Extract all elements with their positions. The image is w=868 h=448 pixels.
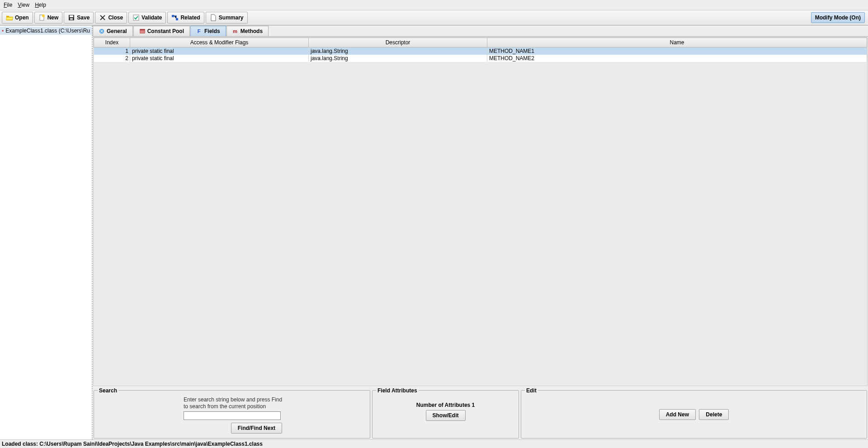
document-icon: [210, 14, 217, 21]
close-button[interactable]: Close: [95, 12, 127, 24]
modify-mode-button[interactable]: Modify Mode (On): [811, 12, 865, 23]
cell-index: 1: [94, 47, 130, 55]
open-icon: [6, 14, 13, 21]
svg-text:F: F: [198, 28, 201, 34]
validate-button[interactable]: Validate: [128, 12, 166, 24]
svg-point-1: [42, 14, 45, 17]
search-input[interactable]: [184, 411, 281, 420]
save-icon: [68, 14, 75, 21]
table-header-row: Index Access & Modifier Flags Descriptor…: [94, 38, 867, 47]
summary-button[interactable]: Summary: [206, 12, 248, 24]
field-attributes-panel: Field Attributes Number of Attributes 1 …: [372, 387, 519, 439]
search-title: Search: [98, 387, 118, 394]
statusbar: Loaded class: C:\Users\Rupam Saini\IdeaP…: [0, 439, 868, 448]
summary-label: Summary: [219, 14, 244, 21]
toolbar: Open New Save Close Validate Related Sum…: [0, 10, 868, 25]
tab-fields-label: Fields: [204, 28, 220, 34]
header-index[interactable]: Index: [94, 38, 130, 47]
cell-index: 2: [94, 55, 130, 62]
bottom-panels: Search Enter search string below and pre…: [93, 387, 868, 439]
close-label: Close: [108, 14, 123, 21]
edit-panel: Edit Add New Delete: [521, 387, 867, 439]
header-name[interactable]: Name: [487, 38, 867, 47]
tab-constant-pool[interactable]: Constant Pool: [133, 26, 190, 36]
tab-general-label: General: [107, 28, 127, 34]
methods-icon: m: [232, 28, 239, 34]
menu-help[interactable]: Help: [35, 2, 46, 8]
search-help-text: Enter search string below and press Find…: [184, 396, 282, 410]
check-icon: [132, 14, 140, 21]
content-panel: General Constant Pool F Fields m Methods: [93, 26, 868, 439]
header-descriptor[interactable]: Descriptor: [309, 38, 487, 47]
fields-table-area: Index Access & Modifier Flags Descriptor…: [93, 37, 868, 386]
validate-label: Validate: [142, 14, 162, 21]
fields-table: Index Access & Modifier Flags Descriptor…: [94, 38, 867, 62]
save-button[interactable]: Save: [64, 12, 94, 24]
tree-item-label: ExampleClass1.class (C:\Users\Ru: [5, 28, 90, 34]
modify-mode-label: Modify Mode (On): [815, 14, 861, 21]
fields-icon: F: [196, 28, 203, 34]
open-button[interactable]: Open: [2, 12, 33, 24]
new-label: New: [47, 14, 59, 21]
table-row[interactable]: 1 private static final java.lang.String …: [94, 47, 867, 55]
tree-item-class[interactable]: ExampleClass1.class (C:\Users\Ru: [0, 27, 92, 35]
open-label: Open: [15, 14, 29, 21]
header-flags[interactable]: Access & Modifier Flags: [130, 38, 309, 47]
constpool-icon: [139, 28, 146, 34]
svg-rect-6: [172, 15, 174, 17]
svg-rect-11: [140, 29, 145, 31]
attrs-count-label: Number of Attributes 1: [376, 402, 515, 408]
class-icon: [2, 28, 4, 33]
svg-rect-5: [133, 15, 139, 20]
related-icon: [171, 14, 179, 21]
tab-general[interactable]: General: [93, 26, 133, 36]
cell-name: METHOD_NAME2: [487, 55, 867, 62]
save-label: Save: [77, 14, 90, 21]
show-edit-button[interactable]: Show/Edit: [426, 410, 466, 421]
close-icon: [99, 14, 106, 21]
new-icon: [38, 14, 46, 21]
new-button[interactable]: New: [34, 12, 63, 24]
tree-panel: ExampleClass1.class (C:\Users\Ru: [0, 26, 93, 439]
cell-descriptor: java.lang.String: [309, 47, 487, 55]
svg-text:m: m: [233, 28, 237, 34]
cell-name: METHOD_NAME1: [487, 47, 867, 55]
menubar: File View Help: [0, 0, 868, 10]
search-panel: Search Enter search string below and pre…: [94, 387, 370, 439]
main-split: ExampleClass1.class (C:\Users\Ru General…: [0, 25, 868, 439]
svg-rect-4: [70, 18, 73, 20]
menu-view[interactable]: View: [18, 2, 29, 8]
svg-rect-8: [2, 30, 4, 31]
cell-flags: private static final: [130, 55, 309, 62]
add-new-button[interactable]: Add New: [659, 409, 696, 420]
related-button[interactable]: Related: [167, 12, 204, 24]
find-button[interactable]: Find/Find Next: [231, 423, 282, 434]
tabbar: General Constant Pool F Fields m Methods: [93, 26, 868, 37]
attrs-title: Field Attributes: [376, 387, 419, 394]
tab-fields[interactable]: F Fields: [190, 26, 226, 36]
menu-file[interactable]: File: [4, 2, 12, 8]
tab-methods[interactable]: m Methods: [226, 26, 269, 36]
delete-button[interactable]: Delete: [699, 409, 729, 420]
cell-flags: private static final: [130, 47, 309, 55]
cell-descriptor: java.lang.String: [309, 55, 487, 62]
table-row[interactable]: 2 private static final java.lang.String …: [94, 55, 867, 62]
svg-rect-3: [70, 15, 73, 17]
edit-title: Edit: [525, 387, 538, 394]
tab-constpool-label: Constant Pool: [147, 28, 184, 34]
general-icon: [99, 28, 105, 34]
related-label: Related: [180, 14, 200, 21]
tab-methods-label: Methods: [241, 28, 263, 34]
